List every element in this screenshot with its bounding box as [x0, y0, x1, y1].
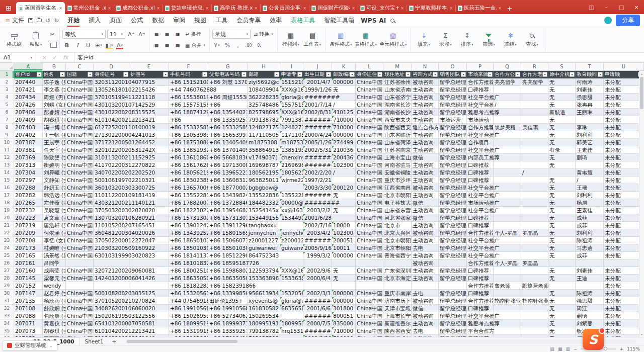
data-cell[interactable]: 未分配	[604, 169, 644, 177]
data-cell[interactable]: 207161	[14, 259, 43, 267]
data-cell[interactable]: 何雨涛	[576, 78, 604, 86]
data-cell[interactable]: China中国	[356, 305, 383, 312]
data-cell[interactable]: +86 13851932	[169, 146, 208, 154]
data-cell[interactable]: 无	[548, 139, 576, 146]
data-cell[interactable]: 207406	[14, 109, 43, 116]
data-cell[interactable]: 未分配	[604, 320, 644, 327]
data-cell[interactable]: 山东省临沂	[383, 131, 412, 139]
data-cell[interactable]: 被动咨询	[412, 259, 439, 267]
align-middle-icon[interactable]: ≡	[163, 30, 172, 39]
data-cell[interactable]: 320721200209060081	[94, 267, 129, 275]
conditional-format-button[interactable]: ▥ 条件格式▾	[329, 29, 353, 51]
data-cell[interactable]: bgbgbow@	[248, 184, 280, 192]
data-cell[interactable]: China中国	[66, 109, 94, 116]
data-cell[interactable]: ########	[303, 327, 332, 335]
data-cell[interactable]: 留学总经理	[439, 320, 467, 327]
data-cell[interactable]: 310113200211152925	[94, 154, 129, 161]
data-cell[interactable]	[548, 169, 576, 177]
data-cell[interactable]: 10011	[332, 244, 356, 252]
font-name-select[interactable]: 等线▾	[62, 30, 106, 39]
data-cell[interactable]: 舒欣娴 (女	[43, 305, 66, 312]
data-cell[interactable]: 个人-罗晶	[494, 259, 521, 267]
close-tab-icon[interactable]: ×	[254, 6, 258, 11]
filter-button[interactable]: 筛选▾	[478, 29, 499, 51]
data-cell[interactable]: 610104200212213421	[94, 327, 129, 335]
data-cell[interactable]: 703937522	[248, 335, 280, 337]
data-cell[interactable]: 799138782	[280, 116, 303, 124]
data-cell[interactable]: 无	[332, 86, 356, 94]
menu-tab[interactable]: 会员专享	[232, 14, 265, 27]
data-cell[interactable]: 430103200107142529	[94, 101, 129, 109]
data-cell[interactable]: gloria@uk#	[280, 94, 303, 101]
row-number[interactable]: 5	[0, 101, 14, 109]
data-cell[interactable]: 10000	[332, 222, 356, 229]
data-cell[interactable]: 包欣辰 (女	[43, 312, 66, 320]
data-cell[interactable]: 2000/7/5	[303, 320, 332, 327]
data-cell[interactable]: +86 1991056880	[208, 305, 248, 312]
restore-button[interactable]: □	[614, 0, 629, 14]
data-cell[interactable]: 留学总经理	[439, 267, 467, 275]
data-cell[interactable]: 630103199903020823	[94, 252, 129, 259]
data-cell[interactable]: 留学总经理	[439, 244, 467, 252]
data-cell[interactable]: 430102200208315525	[94, 109, 129, 116]
data-cell[interactable]: 强思甜	[576, 297, 604, 305]
data-cell[interactable]	[494, 177, 521, 184]
data-cell[interactable]	[494, 161, 521, 169]
data-cell[interactable]: 207387	[14, 139, 43, 146]
data-cell[interactable]: China中国	[66, 177, 94, 184]
data-cell[interactable]: 2001/7/14	[303, 101, 332, 109]
data-cell[interactable]: 142401200006041426	[94, 275, 129, 282]
data-cell[interactable]: 2005/1/26	[303, 139, 332, 146]
data-cell[interactable]: 新航道	[548, 109, 576, 116]
data-cell[interactable]: gloria@uk#	[280, 297, 303, 305]
data-cell[interactable]	[521, 312, 548, 320]
data-cell[interactable]: 207145	[14, 275, 43, 282]
header-cell[interactable]: 护照号▾	[129, 71, 169, 78]
data-cell[interactable]: 370105199411221118	[94, 94, 129, 101]
data-cell[interactable]: 唐浩轩 (男	[43, 222, 66, 229]
data-cell[interactable]: 文静知 (女	[43, 177, 66, 184]
data-cell[interactable]: China中国	[356, 109, 383, 116]
data-cell[interactable]: +86 1335925706	[208, 116, 248, 124]
data-cell[interactable]	[494, 116, 521, 124]
data-cell[interactable]: 被动咨询	[412, 78, 439, 86]
data-cell[interactable]: 135522836	[280, 192, 303, 199]
data-cell[interactable]: 刘利利	[576, 131, 604, 139]
data-cell[interactable]: +86 18223022	[169, 207, 208, 214]
data-cell[interactable]: 207297	[14, 177, 43, 184]
data-cell[interactable]: 罗晶晶	[521, 259, 548, 267]
data-cell[interactable]: +86 18182281	[169, 282, 208, 290]
data-cell[interactable]: 207165	[14, 252, 43, 259]
data-cell[interactable]	[494, 222, 521, 229]
data-cell[interactable]: +86 1565399710	[208, 131, 248, 139]
header-cell[interactable]: 身份证住▾	[356, 71, 383, 78]
data-cell[interactable]: 未分配	[604, 222, 644, 229]
data-cell[interactable]: 刘素佳	[576, 86, 604, 94]
data-cell[interactable]: 郭美艺	[576, 139, 604, 146]
data-cell[interactable]: 彭睿婧 (女	[43, 109, 66, 116]
data-cell[interactable]: China中国	[356, 267, 383, 275]
data-cell[interactable]: 710000	[332, 335, 356, 337]
data-cell[interactable]: ########	[303, 192, 332, 199]
data-cell[interactable]: 未分配	[604, 154, 644, 161]
filter-dropdown-icon[interactable]: ▾	[350, 72, 355, 77]
data-cell[interactable]: China中国	[66, 101, 94, 109]
data-cell[interactable]: +86 15617626	[169, 161, 208, 169]
decrease-decimal-button[interactable]: 0.	[255, 41, 264, 50]
data-cell[interactable]: 被动咨询	[412, 184, 439, 192]
data-cell[interactable]: m1875308	[248, 139, 280, 146]
data-cell[interactable]: 留学总经理	[439, 207, 467, 214]
data-cell[interactable]: 留学总经理	[439, 86, 467, 94]
file-tab[interactable]: 国促财产保险样本..×	[309, 2, 358, 14]
data-cell[interactable]: 去电	[412, 244, 439, 252]
data-cell[interactable]: 刘利利	[576, 192, 604, 199]
data-cell[interactable]: 未分配	[604, 146, 644, 154]
zoom-slider-knob[interactable]	[604, 347, 607, 350]
data-cell[interactable]: China中国	[66, 320, 94, 327]
data-cell[interactable]	[521, 184, 548, 192]
data-cell[interactable]: 无	[548, 290, 576, 297]
data-cell[interactable]: 未分配	[604, 237, 644, 244]
data-cell[interactable]: +86 18874129	[169, 109, 208, 116]
data-cell[interactable]: +86 15731301	[169, 214, 208, 222]
data-cell[interactable]: 四川省成都	[383, 335, 412, 337]
